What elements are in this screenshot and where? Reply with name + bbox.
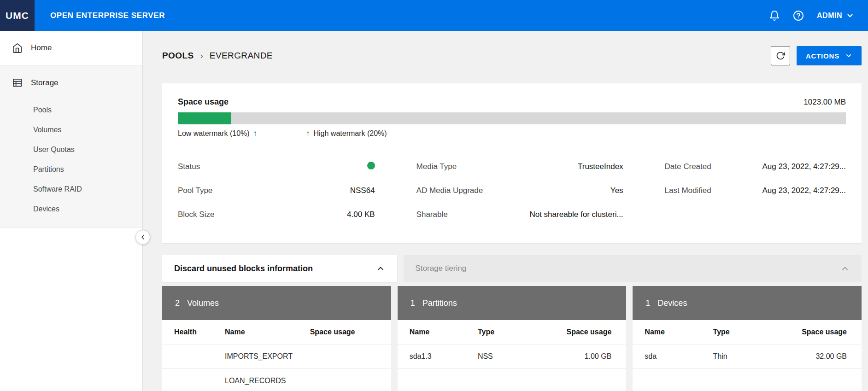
- detail-status: Status: [178, 155, 375, 179]
- breadcrumb-current-pool: EVERGRANDE: [210, 51, 273, 61]
- sidebar-item-home[interactable]: Home: [0, 31, 142, 65]
- volumes-column-headers: Health Name Space usage: [162, 320, 391, 344]
- sidebar-item-user-quotas[interactable]: User Quotas: [33, 140, 142, 159]
- refresh-icon: [776, 51, 785, 60]
- sidebar-home-label: Home: [31, 43, 52, 53]
- actions-label: ACTIONS: [806, 52, 839, 60]
- user-menu[interactable]: ADMIN: [817, 12, 854, 20]
- detail-media-type: Media Type TrusteeIndex: [416, 155, 623, 179]
- pool-details: Status Pool Type NSS64 Block Size 4.00 K…: [178, 155, 846, 227]
- sidebar-collapse-button[interactable]: [135, 230, 150, 245]
- sidebar: Home Storage Pools Volumes User Quotas P…: [0, 31, 143, 391]
- breadcrumb: POOLS › EVERGRANDE: [162, 51, 273, 61]
- top-bar: UMC OPEN ENTERPRISE SERVER ADMIN: [0, 0, 868, 31]
- discard-blocks-section-header[interactable]: Discard unused blocks information: [162, 255, 397, 282]
- sidebar-item-volumes[interactable]: Volumes: [33, 120, 142, 140]
- umc-logo[interactable]: UMC: [0, 0, 35, 31]
- devices-title: Devices: [657, 298, 687, 308]
- partitions-table-header: 1 Partitions: [398, 286, 627, 320]
- status-ok-indicator: [367, 162, 375, 169]
- chevron-down-icon: [845, 52, 852, 59]
- breadcrumb-separator: ›: [200, 51, 203, 61]
- sidebar-item-partitions[interactable]: Partitions: [33, 159, 142, 179]
- partitions-count: 1: [411, 298, 415, 308]
- volumes-title: Volumes: [187, 298, 219, 308]
- table-row-empty: [398, 368, 627, 391]
- table-row-empty: [633, 368, 862, 391]
- volumes-table: 2 Volumes Health Name Space usage IMPORT…: [162, 286, 391, 391]
- space-usage-bar: [178, 112, 846, 124]
- devices-table-header: 1 Devices: [633, 286, 862, 320]
- home-icon: [12, 43, 23, 53]
- chevron-up-icon: [376, 264, 385, 273]
- pool-summary-card: Space usage 1023.00 MB Low watermark (10…: [162, 83, 862, 243]
- volumes-table-header: 2 Volumes: [162, 286, 391, 320]
- storage-icon: [12, 77, 23, 88]
- chevron-up-icon: [840, 264, 850, 273]
- sidebar-item-software-raid[interactable]: Software RAID: [33, 179, 142, 199]
- devices-column-headers: Name Type Space usage: [633, 320, 862, 344]
- discard-blocks-title: Discard unused blocks information: [174, 264, 313, 274]
- chevron-down-icon: [846, 12, 854, 20]
- detail-sharable: Sharable Not shareable for clusteri...: [416, 203, 623, 227]
- actions-button[interactable]: ACTIONS: [797, 46, 862, 65]
- detail-last-modified: Last Modified Aug 23, 2022, 4:27:29...: [665, 179, 846, 203]
- low-watermark-arrow-icon: ↑: [253, 129, 258, 138]
- storage-sub-list: Pools Volumes User Quotas Partitions Sof…: [0, 100, 142, 219]
- detail-ad-media-upgrade: AD Media Upgrade Yes: [416, 179, 623, 203]
- help-icon[interactable]: [793, 10, 804, 21]
- chevron-left-icon: [139, 233, 147, 241]
- high-watermark-arrow-icon: ↑: [306, 129, 310, 138]
- table-row[interactable]: sda1.3 NSS 1.00 GB: [398, 344, 627, 368]
- storage-tiering-title: Storage tiering: [416, 264, 467, 273]
- product-title: OPEN ENTERPRISE SERVER: [50, 11, 165, 20]
- space-usage-fill: [178, 112, 231, 124]
- low-watermark: Low watermark (10%) ↑: [178, 129, 257, 138]
- bell-icon[interactable]: [769, 10, 780, 21]
- storage-tiering-section-header[interactable]: Storage tiering: [404, 255, 862, 282]
- sidebar-item-pools[interactable]: Pools: [33, 100, 142, 120]
- detail-block-size: Block Size 4.00 KB: [178, 203, 375, 227]
- high-watermark: ↑ High watermark (20%): [306, 129, 387, 138]
- space-usage-label: Space usage: [178, 97, 229, 107]
- devices-table: 1 Devices Name Type Space usage sda Thin…: [633, 286, 862, 391]
- partitions-title: Partitions: [422, 298, 457, 308]
- main-content: POOLS › EVERGRANDE ACTIONS: [143, 31, 868, 391]
- topbar-controls: ADMIN: [769, 10, 868, 21]
- sidebar-item-storage[interactable]: Storage: [0, 65, 142, 100]
- devices-count: 1: [645, 298, 650, 308]
- partitions-column-headers: Name Type Space usage: [398, 320, 627, 344]
- table-row[interactable]: IMPORTS_EXPORT: [162, 344, 391, 368]
- table-row[interactable]: LOAN_RECORDS: [162, 368, 391, 391]
- detail-date-created: Date Created Aug 23, 2022, 4:27:29...: [665, 155, 846, 179]
- table-row[interactable]: sda Thin 32.00 GB: [633, 344, 862, 368]
- partitions-table: 1 Partitions Name Type Space usage sda1.…: [398, 286, 627, 391]
- pool-capacity: 1023.00 MB: [803, 98, 846, 107]
- sidebar-storage-group: Storage Pools Volumes User Quotas Partit…: [0, 65, 142, 228]
- refresh-button[interactable]: [771, 46, 790, 65]
- sidebar-item-devices[interactable]: Devices: [33, 199, 142, 219]
- user-name: ADMIN: [817, 12, 842, 20]
- watermark-row: Low watermark (10%) ↑ ↑ High watermark (…: [178, 127, 846, 141]
- sidebar-storage-label: Storage: [31, 78, 59, 88]
- detail-pool-type: Pool Type NSS64: [178, 179, 375, 203]
- toolbar: ACTIONS: [771, 46, 862, 65]
- volumes-count: 2: [175, 298, 180, 308]
- breadcrumb-pools-link[interactable]: POOLS: [162, 51, 194, 61]
